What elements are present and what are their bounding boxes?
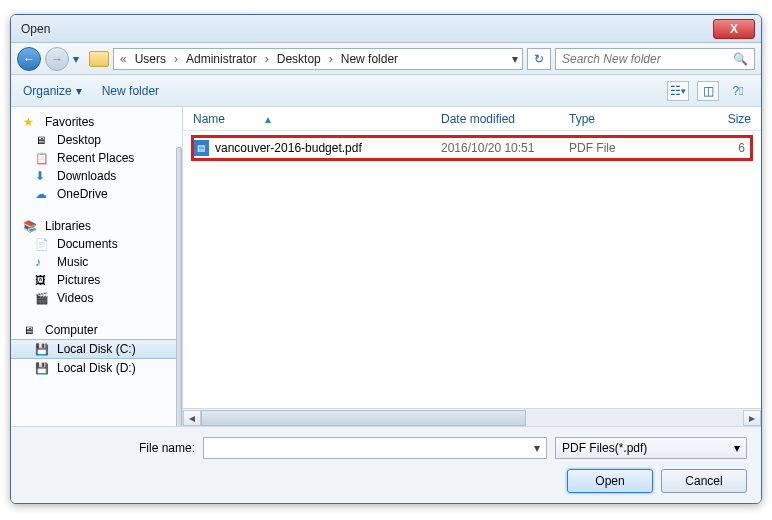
- folder-icon: [89, 51, 109, 67]
- file-size: 6: [677, 141, 751, 155]
- scroll-track[interactable]: [201, 410, 743, 426]
- filter-text: PDF Files(*.pdf): [562, 441, 734, 455]
- sidebar-item-music[interactable]: Music: [11, 253, 182, 271]
- column-header-type[interactable]: Type: [569, 112, 677, 126]
- help-icon: ?⃝: [732, 84, 743, 98]
- new-folder-button[interactable]: New folder: [102, 84, 159, 98]
- star-icon: [23, 115, 39, 129]
- bottom-panel: File name: ▾ PDF Files(*.pdf) ▾ Open Can…: [11, 426, 761, 503]
- filename-combobox[interactable]: ▾: [203, 437, 547, 459]
- back-button[interactable]: ←: [17, 47, 41, 71]
- sidebar-item-downloads[interactable]: Downloads: [11, 167, 182, 185]
- sidebar-item-disk-c[interactable]: Local Disk (C:): [11, 339, 182, 359]
- chevron-right-icon[interactable]: ›: [172, 52, 180, 66]
- forward-button[interactable]: →: [45, 47, 69, 71]
- close-icon: X: [730, 22, 738, 36]
- file-date: 2016/10/20 10:51: [441, 141, 569, 155]
- sidebar-libraries[interactable]: Libraries: [11, 217, 182, 235]
- chevron-down-icon: ▾: [681, 86, 686, 96]
- file-name: vancouver-2016-budget.pdf: [215, 141, 441, 155]
- sidebar-item-onedrive[interactable]: OneDrive: [11, 185, 182, 203]
- crumb-newfolder[interactable]: New folder: [337, 52, 402, 66]
- crumb-desktop[interactable]: Desktop: [273, 52, 325, 66]
- cancel-button[interactable]: Cancel: [661, 469, 747, 493]
- search-icon[interactable]: 🔍: [733, 52, 748, 66]
- pane-icon: ◫: [703, 84, 714, 98]
- arrow-right-icon: →: [51, 52, 63, 66]
- scroll-right-button[interactable]: ▸: [743, 410, 761, 426]
- main-area: Favorites Desktop Recent Places Download…: [11, 107, 761, 426]
- recent-icon: [35, 151, 51, 165]
- sidebar-computer[interactable]: Computer: [11, 321, 182, 339]
- sidebar-item-videos[interactable]: Videos: [11, 289, 182, 307]
- library-icon: [23, 219, 39, 233]
- crumb-users[interactable]: Users: [131, 52, 170, 66]
- file-type: PDF File: [569, 141, 677, 155]
- music-icon: [35, 255, 51, 269]
- document-icon: [35, 237, 51, 251]
- refresh-icon: ↻: [534, 52, 544, 66]
- sidebar-item-disk-d[interactable]: Local Disk (D:): [11, 359, 182, 377]
- file-row[interactable]: vancouver-2016-budget.pdf 2016/10/20 10:…: [193, 137, 751, 159]
- pdf-file-icon: [193, 140, 209, 156]
- window-title: Open: [21, 22, 713, 36]
- column-headers: Name▴ Date modified Type Size: [183, 107, 761, 131]
- chevron-right-icon[interactable]: ›: [327, 52, 335, 66]
- open-button[interactable]: Open: [567, 469, 653, 493]
- disk-icon: [35, 361, 51, 375]
- video-icon: [35, 291, 51, 305]
- sidebar-item-desktop[interactable]: Desktop: [11, 131, 182, 149]
- column-header-size[interactable]: Size: [677, 112, 751, 126]
- chevron-right-icon[interactable]: ›: [263, 52, 271, 66]
- file-list[interactable]: vancouver-2016-budget.pdf 2016/10/20 10:…: [183, 131, 761, 408]
- computer-icon: [23, 323, 39, 337]
- cloud-icon: [35, 187, 51, 201]
- column-header-name[interactable]: Name▴: [193, 112, 441, 126]
- sidebar-item-pictures[interactable]: Pictures: [11, 271, 182, 289]
- arrow-left-icon: ←: [23, 52, 35, 66]
- column-header-date[interactable]: Date modified: [441, 112, 569, 126]
- view-options-button[interactable]: ☷ ▾: [667, 81, 689, 101]
- sidebar-item-recent[interactable]: Recent Places: [11, 149, 182, 167]
- sidebar-item-documents[interactable]: Documents: [11, 235, 182, 253]
- open-dialog: Open X ← → ▾ « Users › Administrator › D…: [10, 14, 762, 504]
- filename-dropdown[interactable]: ▾: [528, 441, 546, 455]
- view-icon: ☷: [670, 84, 681, 98]
- navigation-pane[interactable]: Favorites Desktop Recent Places Download…: [11, 107, 183, 426]
- sidebar-favorites[interactable]: Favorites: [11, 113, 182, 131]
- breadcrumb[interactable]: « Users › Administrator › Desktop › New …: [113, 48, 523, 70]
- sort-ascending-icon: ▴: [265, 112, 271, 126]
- breadcrumb-dropdown[interactable]: ▾: [512, 52, 518, 66]
- navigation-bar: ← → ▾ « Users › Administrator › Desktop …: [11, 43, 761, 75]
- search-box[interactable]: 🔍: [555, 48, 755, 70]
- nav-history-dropdown[interactable]: ▾: [73, 52, 85, 66]
- breadcrumb-overflow[interactable]: «: [118, 52, 129, 66]
- crumb-administrator[interactable]: Administrator: [182, 52, 261, 66]
- toolbar: Organize ▾ New folder ☷ ▾ ◫ ?⃝: [11, 75, 761, 107]
- refresh-button[interactable]: ↻: [527, 48, 551, 70]
- file-list-pane: Name▴ Date modified Type Size vancouver-…: [183, 107, 761, 426]
- chevron-down-icon: ▾: [734, 441, 740, 455]
- filename-input[interactable]: [204, 441, 528, 455]
- titlebar: Open X: [11, 15, 761, 43]
- picture-icon: [35, 273, 51, 287]
- chevron-down-icon: ▾: [76, 84, 82, 98]
- scroll-thumb[interactable]: [201, 410, 526, 426]
- horizontal-scrollbar[interactable]: ◂ ▸: [183, 408, 761, 426]
- disk-icon: [35, 342, 51, 356]
- desktop-icon: [35, 133, 51, 147]
- close-button[interactable]: X: [713, 19, 755, 39]
- help-button[interactable]: ?⃝: [727, 81, 749, 101]
- scroll-left-button[interactable]: ◂: [183, 410, 201, 426]
- download-icon: [35, 169, 51, 183]
- preview-pane-button[interactable]: ◫: [697, 81, 719, 101]
- file-type-filter[interactable]: PDF Files(*.pdf) ▾: [555, 437, 747, 459]
- organize-menu[interactable]: Organize ▾: [23, 84, 82, 98]
- search-input[interactable]: [562, 52, 733, 66]
- sidebar-splitter[interactable]: [176, 147, 182, 426]
- filename-label: File name:: [25, 441, 195, 455]
